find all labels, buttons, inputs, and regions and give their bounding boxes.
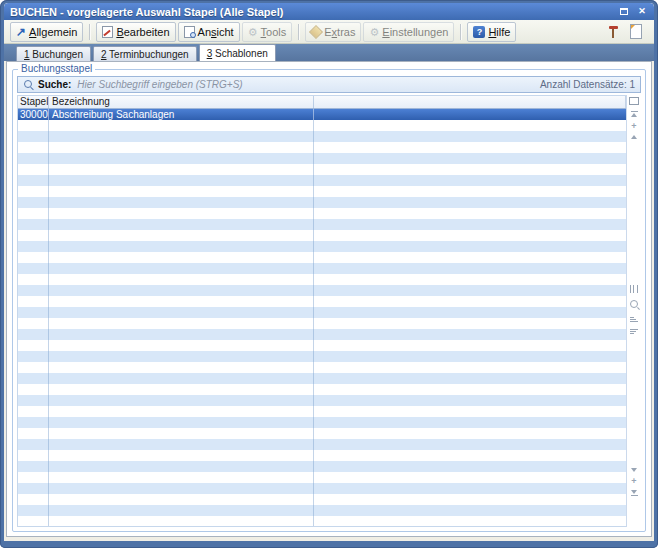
- search-icon: [24, 80, 32, 88]
- menu-allgemein[interactable]: ↗ Allgemein: [10, 22, 83, 42]
- table-row-empty: [18, 516, 626, 526]
- menu-hilfe[interactable]: ? Hilfe: [467, 22, 516, 42]
- table-search-icon[interactable]: [630, 300, 638, 310]
- table-row-empty: [18, 362, 626, 373]
- table-row-empty: [18, 406, 626, 417]
- table-row-empty: [18, 461, 626, 472]
- table-toolbar-rail: + +: [626, 95, 641, 527]
- menu-label: Tools: [261, 26, 287, 38]
- menu-label: Bearbeiten: [116, 26, 169, 38]
- table-row-empty: [18, 351, 626, 362]
- help-icon: ?: [473, 26, 485, 38]
- menu-extras: Extras: [305, 22, 361, 42]
- restore-icon[interactable]: [618, 6, 630, 17]
- table-row-empty: [18, 384, 626, 395]
- tab-schablonen[interactable]: 3 Schablonen: [199, 44, 276, 61]
- extras-icon: [309, 24, 323, 38]
- settings-icon: ⚙: [369, 26, 379, 38]
- cell-filler: [314, 109, 626, 120]
- tools-icon: ⚙: [248, 26, 258, 38]
- table-row-empty: [18, 318, 626, 329]
- toolbar-separator: [460, 24, 461, 40]
- cell-stapel[interactable]: 30000: [18, 109, 49, 120]
- tab-buchungen[interactable]: 1 Buchungen: [16, 46, 91, 61]
- table-row-empty: [18, 483, 626, 494]
- buchungsstapel-groupbox: Buchungsstapel Suche: Hier Suchbegriff e…: [12, 69, 646, 532]
- table-row-empty: [18, 395, 626, 406]
- table-row-empty: [18, 120, 626, 131]
- menu-tools: ⚙ Tools: [242, 22, 293, 42]
- column-header-stapel[interactable]: Stapel: [18, 96, 49, 108]
- new-note-icon[interactable]: [630, 24, 642, 39]
- arrow-ne-icon: ↗: [16, 26, 26, 38]
- table-row-empty: [18, 439, 626, 450]
- toolbar-separator: [89, 24, 90, 40]
- table-row-empty: [18, 164, 626, 175]
- table-row-empty: [18, 450, 626, 461]
- goto-selected-bottom-icon[interactable]: +: [631, 477, 636, 485]
- table-row-empty: [18, 373, 626, 384]
- table-row-empty: [18, 186, 626, 197]
- table-row-empty: [18, 263, 626, 274]
- menu-label: Allgemein: [29, 26, 77, 38]
- search-placeholder: Hier Suchbegriff eingeben (STRG+S): [77, 79, 242, 90]
- close-icon[interactable]: ✕: [636, 6, 648, 17]
- toolbar-separator: [298, 24, 299, 40]
- column-settings-icon[interactable]: [630, 285, 638, 293]
- menu-bearbeiten[interactable]: Bearbeiten: [96, 22, 175, 42]
- title-bar[interactable]: BUCHEN - vorgelagerte Auswahl Stapel (Al…: [4, 3, 654, 20]
- goto-first-icon[interactable]: [631, 110, 638, 117]
- table-row-empty: [18, 241, 626, 252]
- goto-selected-icon[interactable]: +: [631, 122, 636, 130]
- table-row-empty: [18, 428, 626, 439]
- menu-label: Extras: [324, 26, 355, 38]
- table-row-empty: [18, 417, 626, 428]
- table-row-empty: [18, 296, 626, 307]
- groupbox-label: Buchungsstapel: [18, 63, 95, 75]
- cell-bezeichnung[interactable]: Abschreibung Sachanlagen: [49, 109, 314, 120]
- column-chooser-icon[interactable]: [629, 96, 639, 105]
- table-row-empty: [18, 307, 626, 318]
- content-panel: Buchungsstapel Suche: Hier Suchbegriff e…: [6, 61, 652, 537]
- menu-label: Ansicht: [198, 26, 234, 38]
- table-row-empty: [18, 131, 626, 142]
- record-count: Anzahl Datensätze: 1: [540, 79, 635, 90]
- table-row-empty: [18, 230, 626, 241]
- sort-ascending-icon[interactable]: [630, 317, 638, 322]
- table-row-empty: [18, 274, 626, 285]
- table-row-empty: [18, 340, 626, 351]
- table-row-empty: [18, 219, 626, 230]
- hammer-icon[interactable]: [607, 25, 620, 39]
- sort-descending-icon[interactable]: [630, 329, 638, 334]
- table-row-empty: [18, 142, 626, 153]
- menu-label: Hilfe: [488, 26, 510, 38]
- menu-bar: ↗ Allgemein Bearbeiten Ansicht ⚙ Tools E…: [4, 20, 654, 44]
- table-row-empty: [18, 153, 626, 164]
- table-row-empty: [18, 175, 626, 186]
- table-body: 30000 Abschreibung Sachanlagen: [18, 109, 626, 526]
- search-bar[interactable]: Suche: Hier Suchbegriff eingeben (STRG+S…: [17, 76, 641, 93]
- page-down-icon[interactable]: [631, 468, 637, 472]
- table-row-empty: [18, 208, 626, 219]
- table-row-empty: [18, 494, 626, 505]
- column-header-filler: [314, 96, 626, 108]
- table-row-selected[interactable]: 30000 Abschreibung Sachanlagen: [18, 109, 626, 120]
- tab-terminbuchungen[interactable]: 2 Terminbuchungen: [93, 46, 197, 61]
- goto-last-icon[interactable]: [631, 490, 638, 497]
- table-row-empty: [18, 285, 626, 296]
- page-up-icon[interactable]: [631, 135, 637, 139]
- menu-einstellungen: ⚙ Einstellungen: [363, 22, 454, 42]
- menu-ansicht[interactable]: Ansicht: [178, 22, 240, 42]
- application-window: BUCHEN - vorgelagerte Auswahl Stapel (Al…: [0, 0, 658, 548]
- tab-strip: 1 Buchungen 2 Terminbuchungen 3 Schablon…: [4, 44, 654, 61]
- edit-icon: [102, 26, 113, 38]
- table-row-empty: [18, 472, 626, 483]
- stapel-table: Stapel Bezeichnung 30000 Abschreibung Sa…: [17, 95, 626, 527]
- table-row-empty: [18, 329, 626, 340]
- table-row-empty: [18, 252, 626, 263]
- column-header-bezeichnung[interactable]: Bezeichnung: [49, 96, 314, 108]
- table-row-empty: [18, 197, 626, 208]
- table-row-empty: [18, 505, 626, 516]
- window-title: BUCHEN - vorgelagerte Auswahl Stapel (Al…: [10, 6, 283, 18]
- table-header: Stapel Bezeichnung: [18, 96, 626, 109]
